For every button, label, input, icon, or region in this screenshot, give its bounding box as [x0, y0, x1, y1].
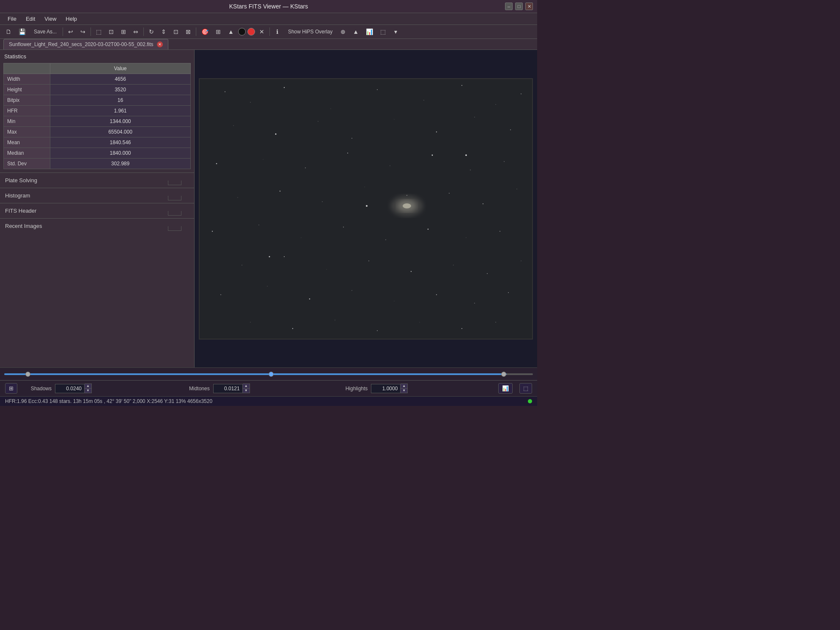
svg-point-3: [284, 87, 285, 88]
status-text: HFR:1.96 Ecc:0.43 148 stars. 13h 15m 05s…: [5, 398, 212, 404]
stats-row-label: Median: [4, 148, 50, 159]
bottom-bar: ⊞ Shadows ▲ ▼ Midtones ▲ ▼ Highlights ▲ …: [0, 380, 537, 396]
shadows-group: Shadows ▲ ▼: [24, 383, 176, 393]
svg-point-58: [436, 294, 437, 295]
plate-solving-section: Plate Solving: [0, 173, 194, 188]
recent-images-header[interactable]: Recent Images: [0, 219, 194, 233]
svg-point-70: [269, 256, 270, 257]
menu-help[interactable]: Help: [61, 14, 81, 23]
svg-point-38: [258, 225, 259, 225]
auto-stretch-button[interactable]: ⊞: [5, 383, 17, 394]
statistics-title: Statistics: [3, 53, 191, 60]
zoom-selection-button[interactable]: ⬚: [93, 26, 104, 37]
highlights-down[interactable]: ▼: [401, 389, 407, 393]
target-button[interactable]: ⊕: [338, 26, 349, 37]
grid-button[interactable]: ⊞: [213, 26, 224, 37]
midtones-label: Midtones: [182, 386, 210, 392]
menu-view[interactable]: View: [40, 14, 60, 23]
svg-point-50: [453, 265, 453, 265]
undo-button[interactable]: ↩: [65, 26, 76, 37]
midtones-value[interactable]: [213, 384, 243, 393]
svg-point-2: [250, 102, 251, 103]
triangle-button[interactable]: ▲: [225, 26, 237, 37]
full-slider-track[interactable]: [4, 373, 533, 375]
selection-button[interactable]: ⬚: [377, 26, 389, 37]
statusbar: HFR:1.96 Ecc:0.43 148 stars. 13h 15m 05s…: [0, 396, 537, 406]
flip-h-button[interactable]: ⇔: [130, 26, 141, 37]
table-row: Min1344.000: [4, 116, 191, 127]
highlights-input[interactable]: ▲ ▼: [371, 383, 408, 393]
titlebar-title: KStars FITS Viewer — KStars: [229, 3, 308, 10]
new-file-button[interactable]: 🗋: [3, 26, 14, 37]
histogram-header[interactable]: Histogram: [0, 188, 194, 203]
stretch-button[interactable]: ⊡: [170, 26, 181, 37]
midtones-input[interactable]: ▲ ▼: [213, 383, 250, 393]
shadows-value[interactable]: [55, 384, 85, 393]
toolbar-separator-5: [269, 27, 270, 36]
tab-close-button[interactable]: ✕: [157, 41, 163, 47]
shadows-input[interactable]: ▲ ▼: [55, 383, 92, 393]
fits-image[interactable]: [199, 78, 533, 340]
histogram-btn[interactable]: 📊: [498, 383, 513, 394]
stats-row-value: 1840.546: [50, 137, 191, 148]
redo-button[interactable]: ↪: [77, 26, 88, 37]
debayer-button[interactable]: ⊠: [183, 26, 194, 37]
slider-thumb-highlights[interactable]: [501, 372, 506, 377]
crosshair2-button[interactable]: ✕: [256, 26, 267, 37]
fit-image-button[interactable]: ⊡: [106, 26, 117, 37]
save-button[interactable]: 💾: [16, 26, 29, 37]
fits-header-section: FITS Header: [0, 203, 194, 218]
close-button[interactable]: ✕: [525, 3, 533, 10]
menu-file[interactable]: File: [3, 14, 21, 23]
minimize-button[interactable]: –: [505, 3, 513, 10]
crop-button[interactable]: ⊞: [118, 26, 129, 37]
stats-row-value: 1344.000: [50, 116, 191, 127]
main-content: Statistics Value Width4656Height3520Bitp…: [0, 50, 537, 367]
bar-chart-button[interactable]: 📊: [363, 26, 376, 37]
stats-row-value: 302.989: [50, 159, 191, 169]
color-black-button[interactable]: [238, 28, 246, 36]
save-as-button[interactable]: Save As...: [30, 26, 60, 37]
stats-row-value: 1840.000: [50, 148, 191, 159]
status-indicator: [528, 399, 532, 403]
left-panel: Statistics Value Width4656Height3520Bitp…: [0, 50, 195, 367]
color-red-button[interactable]: [247, 28, 255, 36]
midtones-up[interactable]: ▲: [243, 384, 250, 389]
show-hips-button[interactable]: Show HiPS Overlay: [284, 26, 336, 37]
highlights-value[interactable]: [371, 384, 401, 393]
maximize-button[interactable]: □: [515, 3, 523, 10]
highlights-spin-btns: ▲ ▼: [401, 383, 408, 393]
star-field: [200, 79, 532, 339]
svg-point-20: [305, 167, 306, 168]
flip-v-button[interactable]: ⇕: [158, 26, 169, 37]
svg-point-62: [292, 328, 293, 329]
fits-tab[interactable]: Sunflower_Light_Red_240_secs_2020-03-02T…: [3, 39, 168, 49]
toolbar: 🗋 💾 Save As... ↩ ↪ ⬚ ⊡ ⊞ ⇔ ↻ ⇕ ⊡ ⊠ 🎯 ⊞ ▲…: [0, 25, 537, 39]
color-buttons: [238, 28, 255, 36]
crosshair-button[interactable]: 🎯: [198, 26, 211, 37]
menu-edit[interactable]: Edit: [22, 14, 39, 23]
reset-btn[interactable]: ⬚: [519, 383, 532, 394]
midtones-down[interactable]: ▼: [243, 389, 250, 393]
star-svg: [200, 79, 532, 339]
svg-point-23: [432, 154, 433, 156]
image-area: [195, 50, 537, 367]
black-shape-button[interactable]: ▲: [350, 26, 362, 37]
dropdown-button[interactable]: ▾: [390, 26, 401, 37]
shadows-down[interactable]: ▼: [85, 389, 91, 393]
svg-point-43: [466, 237, 466, 238]
stats-row-value: 65504.000: [50, 127, 191, 137]
svg-point-40: [343, 227, 344, 227]
highlights-up[interactable]: ▲: [401, 384, 407, 389]
slider-thumb-shadows[interactable]: [25, 372, 30, 377]
toolbar-separator-1: [63, 27, 63, 36]
slider-thumb-midtones[interactable]: [269, 372, 274, 377]
table-row: HFR1.961: [4, 106, 191, 116]
shadows-up[interactable]: ▲: [85, 384, 91, 389]
info-button[interactable]: ℹ: [272, 26, 283, 37]
plate-solving-header[interactable]: Plate Solving: [0, 173, 194, 188]
fits-header-header[interactable]: FITS Header: [0, 203, 194, 218]
rotate-button[interactable]: ↻: [146, 26, 157, 37]
stats-row-value: 16: [50, 95, 191, 106]
svg-point-6: [423, 100, 424, 101]
